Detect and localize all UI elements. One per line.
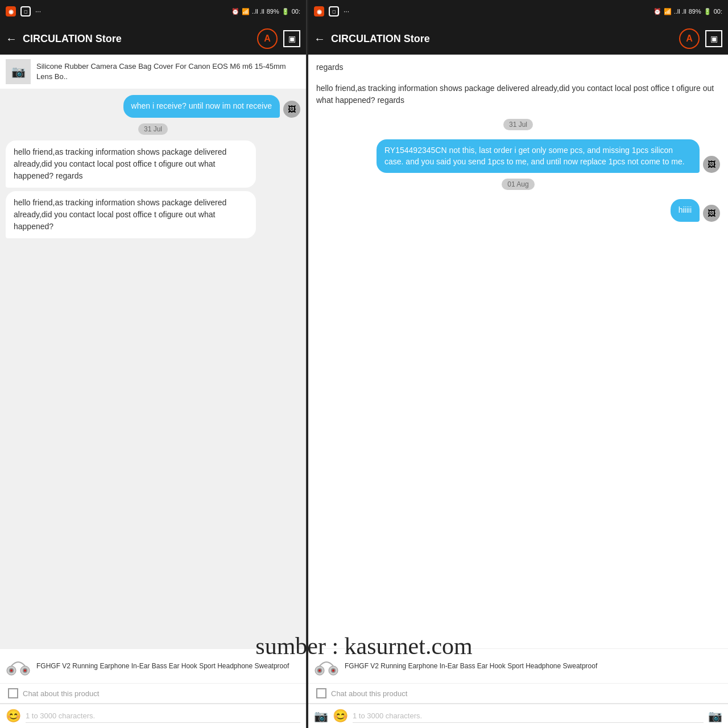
product-title-text: Silicone Rubber Camera Case Bag Cover Fo… xyxy=(36,61,300,82)
status-bar-right-info: ⏰ 📶 ..ll .ll 89% 🔋 00: xyxy=(231,8,300,15)
alarm-icon: ⏰ xyxy=(231,8,239,15)
right-input-field[interactable]: 1 to 3000 characters. xyxy=(353,709,704,723)
right-store-title: CIRCULATION Store xyxy=(331,33,673,45)
emoji-icon-left[interactable]: 😊 xyxy=(6,709,21,723)
left-input-field[interactable]: 1 to 3000 characters. xyxy=(26,709,300,723)
right-instagram-icon: ◻ xyxy=(329,6,339,16)
product-thumbnail: 📷 xyxy=(6,59,31,84)
store-bubble-2: hello friend,as tracking information sho… xyxy=(6,191,256,238)
right-chat-area: regards hello friend,as tracking informa… xyxy=(308,55,728,648)
left-chat-area: when i receive? until now im not receive… xyxy=(0,89,306,648)
right-status-bar: ◉ ◻ ··· ⏰ 📶 ..ll .ll 89% 🔋 00: xyxy=(308,0,728,23)
right-date-badge-2: 01 Aug xyxy=(502,179,534,190)
right-app-icon-orange: ◉ xyxy=(314,6,324,16)
svg-point-4 xyxy=(10,669,13,672)
emoji-icon-right[interactable]: 😊 xyxy=(333,709,348,723)
right-back-button[interactable]: ← xyxy=(314,32,325,46)
right-user-avatar-small-2: 🖼 xyxy=(703,205,720,222)
screen-container: ◉ ◻ ··· ⏰ 📶 ..ll .ll 89% 🔋 00: ← CIRCULA… xyxy=(0,0,728,728)
chat-product-checkbox[interactable] xyxy=(8,688,18,698)
battery-icon: 🔋 xyxy=(282,8,289,15)
user-avatar[interactable]: A xyxy=(257,28,278,49)
right-message-user-1: RY154492345CN not this, last order i get… xyxy=(316,139,720,173)
right-chat-product-label: Chat about this product xyxy=(331,689,407,698)
wifi-icon: 📶 xyxy=(242,8,250,15)
left-message-store-1: hello friend,as tracking information sho… xyxy=(6,140,300,188)
right-signal-bars: ..ll .ll xyxy=(674,8,686,15)
right-alarm-icon: ⏰ xyxy=(653,8,661,15)
right-chat-product-checkbox[interactable] xyxy=(316,688,326,698)
left-bottom-product: FGHGF V2 Running Earphone In-Ear Bass Ea… xyxy=(0,648,306,684)
right-user-avatar-small: 🖼 xyxy=(703,156,720,173)
status-bar-left-icons: ◉ ◻ ··· xyxy=(6,6,41,16)
right-store-plain-1: regards xyxy=(316,60,720,75)
right-chat-product-row[interactable]: Chat about this product xyxy=(308,684,728,704)
right-battery-icon: 🔋 xyxy=(704,8,712,15)
right-phone-screen: ◉ ◻ ··· ⏰ 📶 ..ll .ll 89% 🔋 00: ← CIRCULA… xyxy=(308,0,728,728)
right-wifi-icon: 📶 xyxy=(664,8,672,15)
left-date-badge-1: 31 Jul xyxy=(138,123,168,135)
bottom-product-title-left: FGHGF V2 Running Earphone In-Ear Bass Ea… xyxy=(36,661,289,671)
user-bubble-1: when i receive? until now im not receive xyxy=(123,95,280,118)
app-icon-orange: ◉ xyxy=(6,6,16,16)
earphone-thumbnail xyxy=(6,653,31,679)
store-icon[interactable]: ▣ xyxy=(283,30,300,47)
right-store-icon[interactable]: ▣ xyxy=(705,30,722,47)
right-bottom-product: FGHGF V2 Running Earphone In-Ear Bass Ea… xyxy=(308,648,728,684)
right-input-bar: 📷 😊 1 to 3000 characters. 📷 xyxy=(308,704,728,728)
left-status-bar: ◉ ◻ ··· ⏰ 📶 ..ll .ll 89% 🔋 00: xyxy=(0,0,306,23)
right-message-user-2: hiiiii 🖼 xyxy=(316,199,720,222)
left-product-header: 📷 Silicone Rubber Camera Case Bag Cover … xyxy=(0,55,306,89)
svg-point-10 xyxy=(318,669,321,672)
right-nav-bar: ← CIRCULATION Store A ▣ xyxy=(308,23,728,55)
signal-bars: ..ll .ll xyxy=(252,8,264,15)
right-bottom-product-title: FGHGF V2 Running Earphone In-Ear Bass Ea… xyxy=(345,661,597,671)
right-battery-level: 89% xyxy=(689,8,701,15)
back-button[interactable]: ← xyxy=(6,32,17,46)
chat-product-label: Chat about this product xyxy=(23,689,99,698)
right-user-avatar[interactable]: A xyxy=(679,28,700,49)
instagram-icon: ◻ xyxy=(20,6,31,16)
right-status-dots: ··· xyxy=(344,7,349,15)
left-input-bar: 😊 1 to 3000 characters. xyxy=(0,704,306,728)
status-dots: ··· xyxy=(35,7,41,15)
store-title: CIRCULATION Store xyxy=(23,33,251,45)
right-date-badge-1: 31 Jul xyxy=(503,119,533,130)
battery-level: 89% xyxy=(267,8,279,15)
right-user-bubble-1: RY154492345CN not this, last order i get… xyxy=(377,139,700,173)
svg-point-5 xyxy=(24,669,26,672)
time: 00: xyxy=(292,8,300,15)
store-bubble-1: hello friend,as tracking information sho… xyxy=(6,140,256,188)
left-nav-bar: ← CIRCULATION Store A ▣ xyxy=(0,23,306,55)
left-phone-screen: ◉ ◻ ··· ⏰ 📶 ..ll .ll 89% 🔋 00: ← CIRCULA… xyxy=(0,0,307,728)
left-message-user-1: when i receive? until now im not receive… xyxy=(6,95,300,118)
svg-point-11 xyxy=(332,669,334,672)
right-earphone-thumbnail xyxy=(314,653,339,679)
right-status-bar-left: ◉ ◻ ··· xyxy=(314,6,349,16)
right-store-plain-2: hello friend,as tracking information sho… xyxy=(316,78,720,113)
right-user-bubble-2: hiiiii xyxy=(671,199,700,222)
right-status-bar-right: ⏰ 📶 ..ll .ll 89% 🔋 00: xyxy=(653,8,722,15)
camera-icon-right-2[interactable]: 📷 xyxy=(708,709,722,723)
user-avatar-small: 🖼 xyxy=(283,101,300,118)
right-time: 00: xyxy=(714,8,722,15)
left-chat-product-row[interactable]: Chat about this product xyxy=(0,684,306,704)
camera-icon-right[interactable]: 📷 xyxy=(314,709,328,723)
left-message-store-2: hello friend,as tracking information sho… xyxy=(6,191,300,238)
